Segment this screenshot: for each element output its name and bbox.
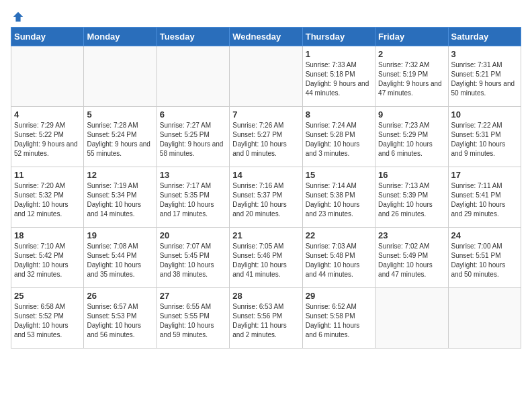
day-info: Sunrise: 7:17 AM Sunset: 5:35 PM Dayligh… [160, 181, 226, 219]
day-number: 3 [451, 49, 518, 59]
calendar-cell: 9Sunrise: 7:23 AM Sunset: 5:29 PM Daylig… [375, 107, 448, 167]
calendar-cell: 3Sunrise: 7:31 AM Sunset: 5:21 PM Daylig… [448, 46, 521, 107]
calendar-cell: 25Sunrise: 6:58 AM Sunset: 5:52 PM Dayli… [11, 288, 84, 349]
calendar-cell: 27Sunrise: 6:55 AM Sunset: 5:55 PM Dayli… [157, 288, 229, 349]
calendar-cell: 20Sunrise: 7:07 AM Sunset: 5:45 PM Dayli… [157, 228, 229, 288]
day-number: 23 [378, 230, 445, 240]
page-header [11, 11, 521, 20]
calendar-week-row: 11Sunrise: 7:20 AM Sunset: 5:32 PM Dayli… [11, 167, 521, 228]
svg-marker-0 [13, 12, 23, 21]
day-number: 7 [232, 109, 299, 120]
day-info: Sunrise: 7:05 AM Sunset: 5:46 PM Dayligh… [232, 242, 299, 279]
day-info: Sunrise: 7:00 AM Sunset: 5:51 PM Dayligh… [451, 242, 518, 279]
weekday-header: Saturday [448, 28, 521, 46]
day-number: 4 [14, 109, 81, 120]
day-info: Sunrise: 6:52 AM Sunset: 5:58 PM Dayligh… [306, 302, 372, 340]
weekday-header: Sunday [11, 28, 84, 46]
calendar-week-row: 25Sunrise: 6:58 AM Sunset: 5:52 PM Dayli… [11, 288, 521, 349]
calendar-cell: 26Sunrise: 6:57 AM Sunset: 5:53 PM Dayli… [84, 288, 157, 349]
day-number: 17 [451, 170, 518, 180]
day-number: 14 [232, 170, 299, 180]
day-info: Sunrise: 7:11 AM Sunset: 5:41 PM Dayligh… [451, 181, 518, 219]
calendar-cell: 23Sunrise: 7:02 AM Sunset: 5:49 PM Dayli… [375, 228, 448, 288]
calendar-cell [375, 288, 448, 349]
weekday-header: Monday [84, 28, 157, 46]
day-info: Sunrise: 7:07 AM Sunset: 5:45 PM Dayligh… [160, 242, 226, 279]
day-info: Sunrise: 7:19 AM Sunset: 5:34 PM Dayligh… [87, 181, 153, 219]
day-info: Sunrise: 7:22 AM Sunset: 5:31 PM Dayligh… [451, 121, 518, 158]
day-number: 6 [160, 109, 226, 120]
day-info: Sunrise: 7:28 AM Sunset: 5:24 PM Dayligh… [87, 121, 153, 158]
day-number: 15 [306, 170, 372, 180]
calendar-cell [448, 288, 521, 349]
day-info: Sunrise: 7:33 AM Sunset: 5:18 PM Dayligh… [306, 60, 372, 98]
day-number: 5 [87, 109, 153, 120]
day-number: 26 [87, 291, 153, 301]
day-info: Sunrise: 7:08 AM Sunset: 5:44 PM Dayligh… [87, 242, 153, 279]
calendar-cell [11, 46, 84, 107]
day-info: Sunrise: 7:10 AM Sunset: 5:42 PM Dayligh… [14, 242, 81, 279]
calendar-cell: 8Sunrise: 7:24 AM Sunset: 5:28 PM Daylig… [302, 107, 375, 167]
calendar-cell: 4Sunrise: 7:29 AM Sunset: 5:22 PM Daylig… [11, 107, 84, 167]
day-number: 9 [378, 109, 445, 120]
calendar-cell: 21Sunrise: 7:05 AM Sunset: 5:46 PM Dayli… [230, 228, 302, 288]
day-info: Sunrise: 7:20 AM Sunset: 5:32 PM Dayligh… [14, 181, 81, 219]
calendar-cell: 1Sunrise: 7:33 AM Sunset: 5:18 PM Daylig… [302, 46, 375, 107]
calendar-week-row: 18Sunrise: 7:10 AM Sunset: 5:42 PM Dayli… [11, 228, 521, 288]
day-number: 24 [451, 230, 518, 240]
calendar-cell [230, 46, 302, 107]
calendar-cell: 28Sunrise: 6:53 AM Sunset: 5:56 PM Dayli… [230, 288, 302, 349]
day-number: 19 [87, 230, 153, 240]
calendar-cell: 22Sunrise: 7:03 AM Sunset: 5:48 PM Dayli… [302, 228, 375, 288]
day-number: 16 [378, 170, 445, 180]
day-info: Sunrise: 7:02 AM Sunset: 5:49 PM Dayligh… [378, 242, 445, 279]
day-info: Sunrise: 7:23 AM Sunset: 5:29 PM Dayligh… [378, 121, 445, 158]
day-info: Sunrise: 6:55 AM Sunset: 5:55 PM Dayligh… [160, 302, 226, 340]
day-info: Sunrise: 6:53 AM Sunset: 5:56 PM Dayligh… [232, 302, 299, 340]
calendar-cell: 5Sunrise: 7:28 AM Sunset: 5:24 PM Daylig… [84, 107, 157, 167]
day-info: Sunrise: 6:57 AM Sunset: 5:53 PM Dayligh… [87, 302, 153, 340]
day-number: 28 [232, 291, 299, 301]
logo [11, 11, 24, 20]
calendar-cell: 24Sunrise: 7:00 AM Sunset: 5:51 PM Dayli… [448, 228, 521, 288]
calendar-cell [157, 46, 229, 107]
weekday-header-row: SundayMondayTuesdayWednesdayThursdayFrid… [11, 28, 521, 46]
calendar-cell: 29Sunrise: 6:52 AM Sunset: 5:58 PM Dayli… [302, 288, 375, 349]
day-info: Sunrise: 7:14 AM Sunset: 5:38 PM Dayligh… [306, 181, 372, 219]
day-info: Sunrise: 6:58 AM Sunset: 5:52 PM Dayligh… [14, 302, 81, 340]
calendar-week-row: 1Sunrise: 7:33 AM Sunset: 5:18 PM Daylig… [11, 46, 521, 107]
weekday-header: Friday [375, 28, 448, 46]
calendar-cell: 13Sunrise: 7:17 AM Sunset: 5:35 PM Dayli… [157, 167, 229, 228]
day-info: Sunrise: 7:03 AM Sunset: 5:48 PM Dayligh… [306, 242, 372, 279]
day-info: Sunrise: 7:29 AM Sunset: 5:22 PM Dayligh… [14, 121, 81, 158]
day-number: 1 [306, 49, 372, 59]
day-number: 8 [306, 109, 372, 120]
day-number: 25 [14, 291, 81, 301]
calendar-cell: 15Sunrise: 7:14 AM Sunset: 5:38 PM Dayli… [302, 167, 375, 228]
calendar-cell: 17Sunrise: 7:11 AM Sunset: 5:41 PM Dayli… [448, 167, 521, 228]
day-number: 21 [232, 230, 299, 240]
day-info: Sunrise: 7:32 AM Sunset: 5:19 PM Dayligh… [378, 60, 445, 98]
day-number: 22 [306, 230, 372, 240]
weekday-header: Thursday [302, 28, 375, 46]
day-info: Sunrise: 7:13 AM Sunset: 5:39 PM Dayligh… [378, 181, 445, 219]
calendar-cell: 6Sunrise: 7:27 AM Sunset: 5:25 PM Daylig… [157, 107, 229, 167]
day-number: 2 [378, 49, 445, 59]
day-number: 29 [306, 291, 372, 301]
calendar-cell: 18Sunrise: 7:10 AM Sunset: 5:42 PM Dayli… [11, 228, 84, 288]
calendar-cell: 11Sunrise: 7:20 AM Sunset: 5:32 PM Dayli… [11, 167, 84, 228]
calendar-cell: 14Sunrise: 7:16 AM Sunset: 5:37 PM Dayli… [230, 167, 302, 228]
day-number: 11 [14, 170, 81, 180]
calendar-cell: 7Sunrise: 7:26 AM Sunset: 5:27 PM Daylig… [230, 107, 302, 167]
day-info: Sunrise: 7:26 AM Sunset: 5:27 PM Dayligh… [232, 121, 299, 158]
day-info: Sunrise: 7:16 AM Sunset: 5:37 PM Dayligh… [232, 181, 299, 219]
day-info: Sunrise: 7:27 AM Sunset: 5:25 PM Dayligh… [160, 121, 226, 158]
day-number: 18 [14, 230, 81, 240]
calendar-cell: 10Sunrise: 7:22 AM Sunset: 5:31 PM Dayli… [448, 107, 521, 167]
calendar-cell: 19Sunrise: 7:08 AM Sunset: 5:44 PM Dayli… [84, 228, 157, 288]
day-number: 13 [160, 170, 226, 180]
calendar-cell: 2Sunrise: 7:32 AM Sunset: 5:19 PM Daylig… [375, 46, 448, 107]
day-info: Sunrise: 7:31 AM Sunset: 5:21 PM Dayligh… [451, 60, 518, 98]
day-number: 12 [87, 170, 153, 180]
calendar-cell: 16Sunrise: 7:13 AM Sunset: 5:39 PM Dayli… [375, 167, 448, 228]
